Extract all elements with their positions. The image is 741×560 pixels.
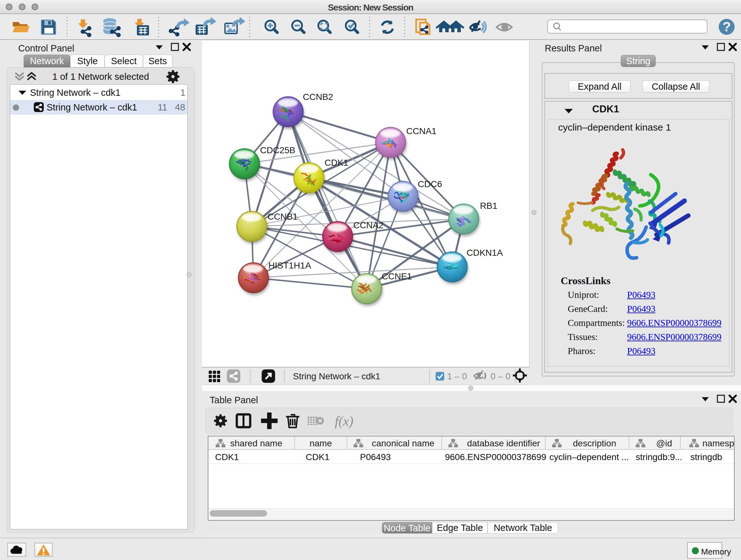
svg-text:CCNA1: CCNA1: [406, 126, 436, 136]
svg-text:stringdb: stringdb: [690, 452, 722, 462]
svg-text:9606.ENSP00000378699: 9606.ENSP00000378699: [445, 452, 546, 462]
svg-text:CDKN1A: CDKN1A: [467, 248, 503, 258]
svg-text:@id: @id: [656, 438, 672, 448]
svg-text:CDK1: CDK1: [306, 452, 330, 462]
svg-text:?: ?: [723, 19, 731, 34]
svg-text:RB1: RB1: [480, 201, 497, 211]
svg-text:description: description: [573, 438, 616, 448]
svg-text:stringdb:9...: stringdb:9...: [636, 452, 682, 462]
svg-text:CCNB2: CCNB2: [303, 92, 333, 102]
svg-text:CDC25B: CDC25B: [260, 145, 295, 155]
svg-text:CCNB1: CCNB1: [267, 212, 298, 222]
svg-text:f(x): f(x): [335, 414, 353, 429]
svg-text:CCNA2: CCNA2: [353, 220, 384, 230]
svg-text:HIST1H1A: HIST1H1A: [268, 260, 311, 270]
svg-text:CCNE1: CCNE1: [382, 271, 412, 281]
svg-text:cyclin–dependent ...: cyclin–dependent ...: [549, 452, 629, 462]
svg-text:name: name: [310, 438, 332, 448]
svg-text:CDK1: CDK1: [215, 452, 239, 462]
svg-text:canonical name: canonical name: [372, 438, 434, 448]
svg-text:database identifier: database identifier: [467, 438, 540, 448]
svg-text:CDK1: CDK1: [325, 158, 348, 168]
svg-text:P06493: P06493: [360, 452, 391, 462]
svg-text:shared name: shared name: [230, 438, 282, 448]
svg-text:String Network – cdk1: String Network – cdk1: [293, 371, 381, 381]
svg-text:CDC6: CDC6: [418, 179, 442, 189]
svg-text:0 – 0: 0 – 0: [490, 371, 510, 381]
svg-text:1 – 0: 1 – 0: [447, 371, 467, 381]
svg-text:namespace: namespace: [702, 438, 734, 448]
